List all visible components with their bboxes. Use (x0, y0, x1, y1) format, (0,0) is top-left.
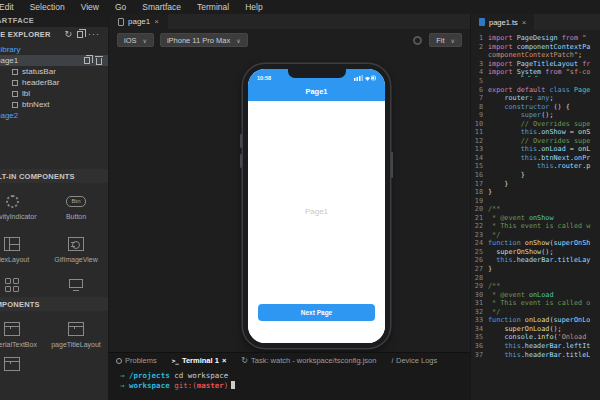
typescript-file-icon (479, 18, 485, 26)
line-number: 30 (471, 291, 488, 299)
code-line: 10 // Overrides supe (471, 119, 600, 128)
panel-title: SMARTFACE (0, 16, 34, 25)
close-tab-icon[interactable]: × (154, 17, 159, 26)
terminal-cursor (231, 381, 235, 389)
line-number: 11 (471, 128, 488, 136)
status-time: 10:58 (257, 75, 271, 81)
line-number: 18 (471, 188, 488, 196)
code-line: 20/** (471, 205, 600, 214)
code-line: 22 * This event is called w (471, 222, 600, 231)
code-line: 12 // Overrides supe (471, 137, 600, 146)
component-materialtextbox[interactable]: MaterialTextBox (0, 319, 44, 348)
line-number: 22 (471, 222, 488, 230)
volume-down-button (240, 154, 242, 168)
tree-item-page2[interactable]: page2 (0, 110, 108, 121)
close-tab-icon[interactable]: × (522, 18, 527, 27)
component-gridview[interactable] (0, 275, 44, 295)
duplicate-icon[interactable] (84, 57, 90, 64)
code-line: 24function onShow(superOnSh (471, 239, 600, 248)
component-partial[interactable] (0, 354, 44, 374)
platform-select[interactable]: iOS ∨ (117, 33, 154, 47)
tab-page1[interactable]: page1 × (109, 14, 168, 29)
grid-icon (5, 278, 19, 292)
flexlayout-icon (4, 237, 20, 251)
menu-item-selection[interactable]: Selection (22, 2, 73, 12)
code-line: 29/** (471, 282, 600, 291)
code-line: 6export default class Page (471, 85, 600, 94)
model-select[interactable]: iPhone 11 Pro Max ∨ (160, 33, 248, 47)
device-panel: page1 × iOS ∨ iPhone 11 Pro Max ∨ Fit ∨ … (108, 14, 470, 352)
next-page-button[interactable]: Next Page (258, 304, 375, 321)
phone-header-bar: Page1 (248, 82, 385, 101)
code-line: 21 * @event onShow (471, 213, 600, 222)
terminal-tab-problems[interactable]: Problems (116, 356, 157, 365)
menu-item-edit[interactable]: Edit (0, 2, 22, 12)
line-number: 1 (471, 34, 488, 42)
code-line: 7 router: any; (471, 94, 600, 103)
terminal-output[interactable]: → /projects cd workspace→ workspace git:… (108, 368, 470, 390)
refresh-icon[interactable]: ↻ (64, 30, 72, 39)
terminal-line: → workspace git:(master) (120, 381, 470, 391)
tree-item-library[interactable]: Library (0, 44, 108, 55)
tab-page1-ts[interactable]: page1.ts × (471, 14, 534, 30)
tree-item-statusbar[interactable]: statusBar (0, 66, 108, 77)
sidebar: SMARTFACE PAGE EXPLORER ↻ ··· Library pa… (0, 14, 108, 400)
component-box-icon (12, 80, 18, 86)
menu-item-terminal[interactable]: Terminal (189, 2, 237, 12)
code-line: 33function onLoad(superOnLo (471, 316, 600, 325)
trash-icon[interactable] (96, 58, 102, 65)
close-terminal-icon[interactable]: × (222, 356, 226, 365)
components-header: COMPONENTS (0, 297, 108, 311)
spinner-icon (6, 195, 19, 208)
line-number: 20 (471, 205, 488, 213)
code-area[interactable]: 1import PageDesign from "2import compone… (471, 30, 600, 359)
zoom-select[interactable]: Fit ∨ (429, 33, 462, 47)
explorer-tree: Library page1 statusBarheaderBarlblbtnNe… (0, 44, 108, 121)
tree-item-headerbar[interactable]: headerBar (0, 77, 108, 88)
line-number: 12 (471, 137, 488, 145)
line-number: 33 (471, 316, 488, 324)
layout-icon (4, 357, 20, 371)
terminal-tab-terminal-1[interactable]: >_Terminal 1 × (172, 356, 227, 365)
code-line: 1import PageDesign from " (471, 34, 600, 43)
menu-item-view[interactable]: View (73, 2, 107, 12)
code-line: 8 constructor () { (471, 102, 600, 111)
line-number: 19 (471, 197, 488, 205)
code-line: 26 this.headerBar.titleLay (471, 256, 600, 265)
tree-item-page1[interactable]: page1 (0, 55, 108, 66)
line-number: 31 (471, 299, 488, 307)
code-line: componentContextPatch"; (471, 51, 600, 60)
builtin-components-title: BUILT-IN COMPONENTS (0, 172, 75, 181)
terminal-tab-task-watch-workspace-tsconfig-json[interactable]: ↻Task: watch - workspace/tsconfig.json (241, 356, 376, 365)
component-flexlayout[interactable]: FlexLayout (0, 234, 44, 263)
component-button[interactable]: Btn Button (44, 191, 108, 220)
terminal-line: → /projects cd workspace (120, 371, 470, 381)
sync-icon: ↻ (241, 357, 248, 365)
code-line: 13 this.onLoad = onL (471, 145, 600, 154)
orientation-icon[interactable] (413, 36, 422, 45)
copy-icon[interactable] (77, 31, 83, 38)
component-box-icon (12, 69, 18, 75)
more-icon[interactable]: ··· (88, 32, 100, 37)
layout-icon (4, 322, 20, 336)
line-number: 28 (471, 274, 488, 282)
menu-item-smartface[interactable]: Smartface (134, 2, 189, 12)
code-line: 36 this.headerBar.leftIt (471, 342, 600, 351)
component-gifimageview[interactable]: GifImageView (44, 234, 108, 263)
tree-item-lbl[interactable]: lbl (0, 88, 108, 99)
menu-item-go[interactable]: Go (107, 2, 134, 12)
line-number: 4 (471, 68, 488, 76)
terminal-tab-device-logs[interactable]: iDevice Logs (391, 356, 437, 365)
line-number: 36 (471, 342, 488, 350)
menu-item-help[interactable]: Help (237, 2, 270, 12)
code-line: 25 superOnShow(); (471, 248, 600, 257)
line-number: 3 (471, 60, 488, 68)
device-toolbar: iOS ∨ iPhone 11 Pro Max ∨ Fit ∨ (109, 29, 470, 51)
component-activityindicator[interactable]: ActivityIndicator (0, 191, 44, 220)
line-number: 25 (471, 248, 488, 256)
line-number: 26 (471, 256, 488, 264)
component-pagetitlelayout[interactable]: pageTitleLayout (44, 319, 108, 348)
line-number: 35 (471, 333, 488, 341)
tree-item-btnnext[interactable]: btnNext (0, 99, 108, 110)
component-screen[interactable] (44, 275, 108, 295)
